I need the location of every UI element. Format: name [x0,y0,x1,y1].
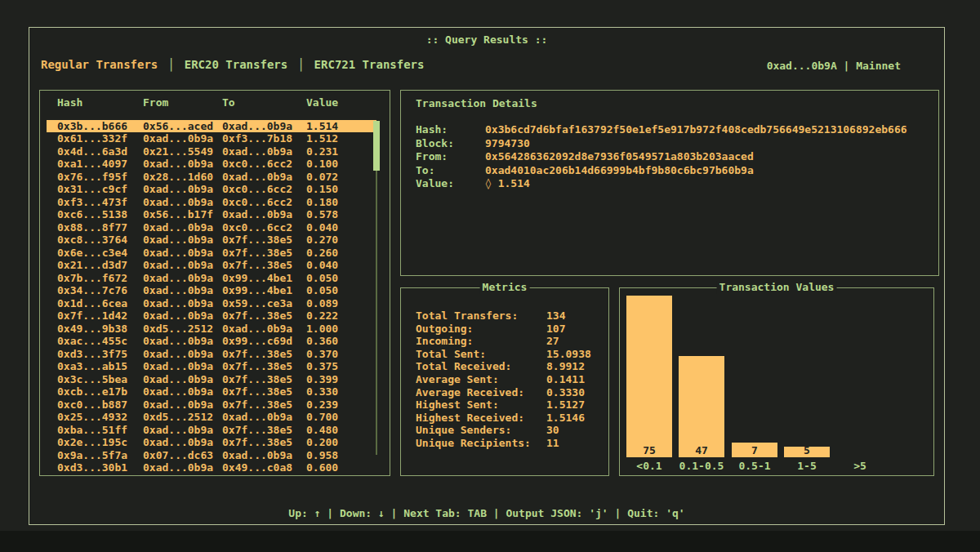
table-row[interactable]: 0x3c...5bea0xad...0b9a0x7f...38e50.399 [47,373,376,386]
details-field-label: To: [416,164,485,178]
table-cell: 0xa1...4097 [57,158,143,171]
metrics-list: Total Transfers:134Outgoing:107Incoming:… [416,309,608,450]
chart-plot-area: 75<0.1470.1-0.570.5-151-5>5 [620,288,933,475]
column-header-hash: Hash [57,96,143,109]
table-cell: 0.050 [306,272,376,285]
table-cell: 0.958 [306,449,376,462]
table-cell: 0xad...0b9a [222,208,306,221]
table-row[interactable]: 0x7b...f6720xad...0b9a0x99...4be10.050 [47,272,376,285]
metric-value: 0.1411 [546,373,608,386]
table-row[interactable]: 0x1d...6cea0xad...0b9a0x59...ce3a0.089 [47,297,376,310]
table-cell: 0x88...8f77 [57,221,143,234]
table-cell: 0xad...0b9a [143,348,222,361]
table-cell: 0xad...0b9a [222,323,306,336]
chart-bar-value: 75 [626,445,672,456]
table-cell: 0x7f...1d42 [57,309,143,323]
table-cell: 0xad...0b9a [143,461,222,474]
table-cell: 0x34...7c76 [57,284,143,297]
table-row[interactable]: 0xa3...ab150xad...0b9a0x7f...38e50.375 [47,360,376,373]
table-cell: 1.514 [306,120,376,133]
metric-label: Average Sent: [416,373,546,386]
metric-value: 30 [546,424,608,437]
table-cell: 0.600 [306,461,376,474]
table-row[interactable]: 0xcb...e17b0xad...0b9a0x7f...38e50.330 [47,385,376,398]
table-cell: 0.370 [306,348,376,361]
table-cell: 0xad...0b9a [143,247,222,260]
table-cell: 0xc0...6cc2 [222,221,306,234]
table-cell: 0.260 [306,247,376,260]
table-row[interactable]: 0xd3...30b10xad...0b9a0x49...c0a80.600 [47,461,376,474]
table-row[interactable]: 0xc6...51380x56...b17f0xad...0b9a0.578 [47,208,376,221]
details-field-value: 0xad4010ac206b14d66999b4bf9b80c6bc97b60b… [485,164,938,178]
scrollbar-thumb[interactable] [373,121,380,171]
details-field-label: Hash: [416,123,485,137]
account-network-label: 0xad...0b9A | Mainnet [767,60,901,72]
table-cell: 0xd5...2512 [143,411,222,424]
table-row[interactable]: 0x31...c9cf0xad...0b9a0xc0...6cc20.150 [47,183,376,196]
table-row[interactable]: 0xac...455c0xad...0b9a0x99...c69d0.360 [47,335,376,348]
table-row[interactable]: 0x2e...195c0xad...0b9a0x7f...38e50.200 [47,436,376,449]
table-cell: 0xad...0b9a [143,398,222,412]
table-row[interactable]: 0x88...8f770xad...0b9a0xc0...6cc20.040 [47,221,376,234]
table-cell: 0x25...4932 [57,411,143,424]
table-cell: 0xc0...b887 [57,398,143,412]
tab-regular-transfers[interactable]: Regular Transfers [41,58,158,71]
table-cell: 1.512 [306,132,376,145]
metric-row: Average Received:0.3330 [416,386,608,399]
tab-separator: │ [297,58,304,71]
table-cell: 0x99...4be1 [222,284,306,297]
table-row[interactable]: 0x25...49320xd5...25120xad...0b9a0.700 [47,411,376,424]
table-row[interactable]: 0xd3...3f750xad...0b9a0x7f...38e50.370 [47,348,376,361]
table-row[interactable]: 0xc8...37640xad...0b9a0x7f...38e50.270 [47,234,376,247]
table-cell: 0x49...c0a8 [222,461,306,474]
metric-label: Incoming: [416,335,546,348]
table-cell: 0xf3...7b18 [222,132,306,145]
details-title: Transaction Details [416,97,938,109]
details-field-label: Value: [416,177,485,191]
table-row[interactable]: 0x21...d3d70xad...0b9a0x7f...38e50.040 [47,259,376,272]
scrollbar-track[interactable] [376,171,377,455]
details-fields: Hash:0x3b6cd7d6bfaf163792f50e1ef5e917b97… [416,123,938,191]
table-row[interactable]: 0x61...332f0xad...0b9a0xf3...7b181.512 [47,132,376,145]
table-row[interactable]: 0xf3...473f0xad...0b9a0xc0...6cc20.180 [47,196,376,209]
table-row[interactable]: 0x4d...6a3d0x21...55490xad...0b9a0.231 [47,145,376,158]
metrics-title: Metrics [480,281,530,294]
metric-row: Unique Recipients:11 [416,437,608,450]
table-row[interactable]: 0xc0...b8870xad...0b9a0x7f...38e50.239 [47,398,376,412]
chart-bar [679,356,724,457]
table-cell: 0xc0...6cc2 [222,158,306,171]
tab-erc20-transfers[interactable]: ERC20 Transfers [185,58,287,71]
details-field-value: 0x564286362092d8e7936f0549571a803b203aac… [485,150,938,164]
table-row[interactable]: 0x3b...b6660x56...aced0xad...0b9a1.514 [47,120,376,133]
details-field-value: 9794730 [485,137,938,151]
table-row[interactable]: 0x76...f95f0x28...1d600xad...0b9a0.072 [47,171,376,184]
metric-row: Highest Received:1.5146 [416,412,608,425]
table-row[interactable]: 0x6e...c3e40xad...0b9a0x7f...38e50.260 [47,247,376,260]
metric-value: 107 [546,323,608,336]
table-row[interactable]: 0x34...7c760xad...0b9a0x99...4be10.050 [47,284,376,297]
table-cell: 0.330 [306,385,376,398]
table-cell: 0xad...0b9a [143,132,222,145]
metric-label: Unique Recipients: [416,437,546,450]
table-cell: 0xd3...30b1 [57,461,143,474]
metric-row: Total Sent:15.0938 [416,348,608,361]
table-cell: 0xad...0b9a [222,449,306,462]
table-cell: 0xad...0b9a [143,158,222,171]
table-row[interactable]: 0xa1...40970xad...0b9a0xc0...6cc20.100 [47,158,376,171]
metric-value: 1.5146 [546,412,608,425]
table-cell: 0xad...0b9a [143,259,222,272]
chart-bar-value: 5 [784,445,830,456]
table-cell: 0.231 [306,145,376,158]
table-row[interactable]: 0xba...51ff0xad...0b9a0x7f...38e50.480 [47,424,376,437]
table-cell: 0x21...d3d7 [57,259,143,272]
table-row[interactable]: 0x9a...5f7a0x07...dc630xad...0b9a0.958 [47,449,376,462]
table-row[interactable]: 0x7f...1d420xad...0b9a0x7f...38e50.222 [47,309,376,323]
tab-erc721-transfers[interactable]: ERC721 Transfers [314,58,425,71]
table-cell: 0x76...f95f [57,171,143,184]
metric-row: Average Sent:0.1411 [416,373,608,386]
table-cell: 0.072 [306,171,376,184]
details-field: To:0xad4010ac206b14d66999b4bf9b80c6bc97b… [416,164,938,178]
chart-x-tick-label: 0.1-0.5 [679,461,724,472]
details-field: From:0x564286362092d8e7936f0549571a803b2… [416,150,938,164]
table-row[interactable]: 0x49...9b380xd5...25120xad...0b9a1.000 [47,323,376,336]
